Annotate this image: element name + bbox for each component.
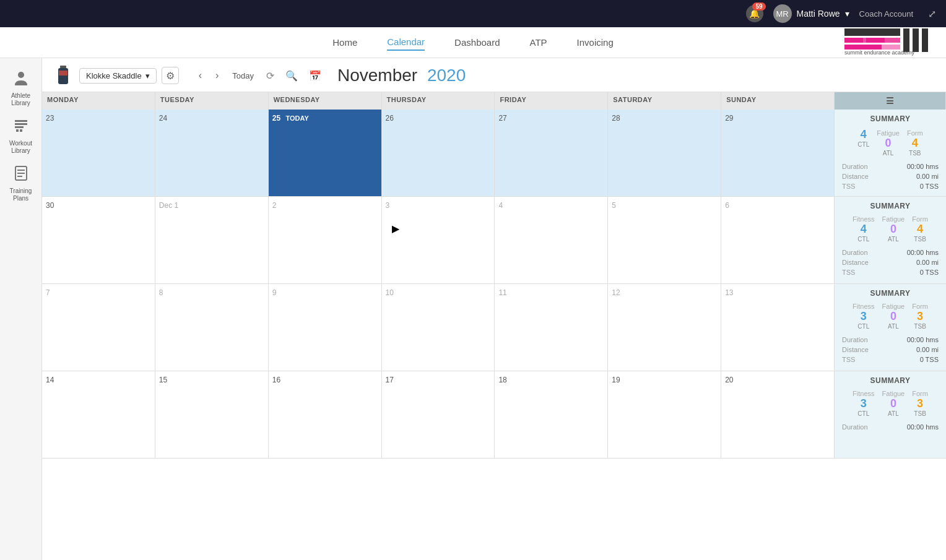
form-text-label: Form: [907, 129, 923, 137]
day-cell-11[interactable]: 11: [495, 284, 608, 371]
day-header-saturday: SATURDAY: [608, 92, 721, 110]
next-month-button[interactable]: ›: [210, 67, 223, 84]
sidebar-item-training-plans[interactable]: TrainingPlans: [2, 161, 40, 206]
fatigue-stat: Fatigue 0 ATL: [882, 303, 905, 330]
nav-invoicing[interactable]: Invoicing: [577, 35, 614, 50]
day-cell-13[interactable]: 13: [721, 284, 835, 371]
day-cell-8[interactable]: 8: [155, 284, 269, 371]
duration-value: 00:00 hms: [907, 423, 939, 431]
summary-stats: 4 CTL Fatigue 0 ATL Form 4 TSB: [842, 128, 939, 157]
logo: summit endurance academy: [844, 27, 931, 58]
summary-detail: Duration 00:00 hms: [842, 422, 939, 432]
svg-rect-21: [58, 68, 68, 84]
athlete-dropdown[interactable]: Klokke Skaddle ▾: [79, 68, 157, 84]
tss-value: 0 TSS: [920, 183, 939, 190]
day-number: 12: [612, 288, 620, 297]
day-cell-dec4[interactable]: 4: [495, 197, 608, 283]
view-toggle-button[interactable]: 📅: [305, 67, 325, 84]
day-cell-19[interactable]: 19: [608, 371, 721, 458]
today-button[interactable]: Today: [227, 69, 259, 83]
duration-label: Duration: [842, 423, 868, 431]
summary-stats: Fitness 3 CTL Fatigue 0 ATL Form 3 TSB: [842, 303, 939, 330]
week-summary-3: SUMMARY Fitness 3 CTL Fatigue 0 ATL Form: [835, 284, 946, 371]
summary-detail: Duration 00:00 hms Distance 0.00 mi TSS …: [842, 335, 939, 364]
day-cell-23[interactable]: 23: [42, 110, 155, 196]
day-cell-15[interactable]: 15: [155, 371, 269, 458]
duration-value: 00:00 hms: [907, 163, 939, 170]
nav-atp[interactable]: ATP: [530, 35, 547, 50]
week-row-3: 7 8 9 10 11 12 13 SUMMARY: [42, 284, 946, 371]
week-summary-2: SUMMARY Fitness 4 CTL Fatigue 0 ATL Form: [835, 197, 946, 283]
sidebar: AthleteLibrary WorkoutLibrary: [0, 58, 42, 560]
svg-rect-17: [17, 170, 25, 171]
week-row-4: 14 15 16 17 18 19 20 SUMMARY: [42, 371, 946, 459]
fatigue-value: 0: [882, 310, 905, 323]
day-cell-30[interactable]: 30: [42, 197, 155, 283]
workout-icon: [12, 117, 30, 138]
notification-bell[interactable]: 🔔 59: [746, 5, 763, 22]
fitness-stat: Fitness 3 CTL: [853, 390, 874, 417]
distance-label: Distance: [842, 173, 869, 180]
distance-label: Distance: [842, 346, 869, 353]
coach-account-link[interactable]: Coach Account: [859, 9, 913, 19]
day-cell-26[interactable]: 26: [382, 110, 495, 196]
day-cell-7[interactable]: 7: [42, 284, 155, 371]
fitness-text-label: Fitness: [853, 390, 874, 397]
day-cell-18[interactable]: 18: [495, 371, 608, 458]
avatar: MR: [773, 4, 792, 23]
svg-rect-19: [17, 176, 22, 177]
day-cell-12[interactable]: 12: [608, 284, 721, 371]
tss-label: TSS: [842, 183, 855, 190]
refresh-button[interactable]: ⟳: [263, 67, 278, 84]
day-number: 29: [725, 114, 733, 123]
athlete-bottle-icon: [52, 64, 74, 87]
day-cell-24[interactable]: 24: [155, 110, 269, 196]
day-cell-9[interactable]: 9: [269, 284, 382, 371]
hamburger-menu[interactable]: ☰: [835, 92, 946, 110]
search-button[interactable]: 🔍: [282, 67, 302, 84]
day-number: 17: [386, 376, 394, 384]
settings-button[interactable]: ⚙: [162, 67, 179, 84]
sidebar-item-workout-library[interactable]: WorkoutLibrary: [2, 113, 40, 158]
tss-label: TSS: [842, 269, 855, 276]
nav-dashboard[interactable]: Dashboard: [454, 35, 500, 50]
user-menu[interactable]: MR Matti Rowe ▾: [773, 4, 849, 23]
day-cell-20[interactable]: 20: [721, 371, 835, 458]
sidebar-item-athlete-library[interactable]: AthleteLibrary: [2, 66, 40, 111]
day-cell-10[interactable]: 10: [382, 284, 495, 371]
duration-row: Duration 00:00 hms: [842, 248, 939, 257]
day-cell-dec6[interactable]: 6: [721, 197, 835, 283]
day-number: 13: [725, 288, 733, 297]
day-number: 19: [612, 376, 620, 384]
day-cell-29[interactable]: 29: [721, 110, 835, 196]
day-cell-dec5[interactable]: 5: [608, 197, 721, 283]
day-cell-17[interactable]: 17: [382, 371, 495, 458]
day-number: 7: [46, 288, 50, 297]
expand-icon[interactable]: ⤢: [928, 8, 936, 20]
nav-calendar[interactable]: Calendar: [387, 34, 425, 51]
day-cell-dec2[interactable]: 2: [269, 197, 382, 283]
svg-rect-13: [15, 126, 24, 128]
form-text-label: Form: [912, 390, 928, 397]
fatigue-label: ATL: [877, 150, 900, 157]
fitness-ctl-label: CTL: [853, 236, 874, 243]
calendar-month: November: [337, 66, 417, 85]
day-cell-25-today[interactable]: 25 TODAY: [269, 110, 382, 196]
prev-month-button[interactable]: ‹: [194, 67, 207, 84]
day-cell-dec3[interactable]: 3 ▶: [382, 197, 495, 283]
training-plans-label: TrainingPlans: [10, 187, 32, 202]
day-cell-dec1[interactable]: Dec 1: [155, 197, 269, 283]
day-cell-16[interactable]: 16: [269, 371, 382, 458]
day-cell-27[interactable]: 27: [495, 110, 608, 196]
logo-svg: summit endurance academy: [844, 27, 931, 56]
summary-detail: Duration 00:00 hms Distance 0.00 mi TSS …: [842, 162, 939, 191]
nav-home[interactable]: Home: [332, 35, 357, 50]
day-cell-14[interactable]: 14: [42, 371, 155, 458]
day-cell-28[interactable]: 28: [608, 110, 721, 196]
day-number: 6: [725, 201, 729, 210]
duration-label: Duration: [842, 163, 868, 170]
day-number: 14: [46, 376, 54, 384]
svg-rect-14: [16, 129, 19, 132]
fatigue-atl-label: ATL: [882, 410, 905, 417]
cursor-indicator: ▶: [392, 223, 491, 235]
